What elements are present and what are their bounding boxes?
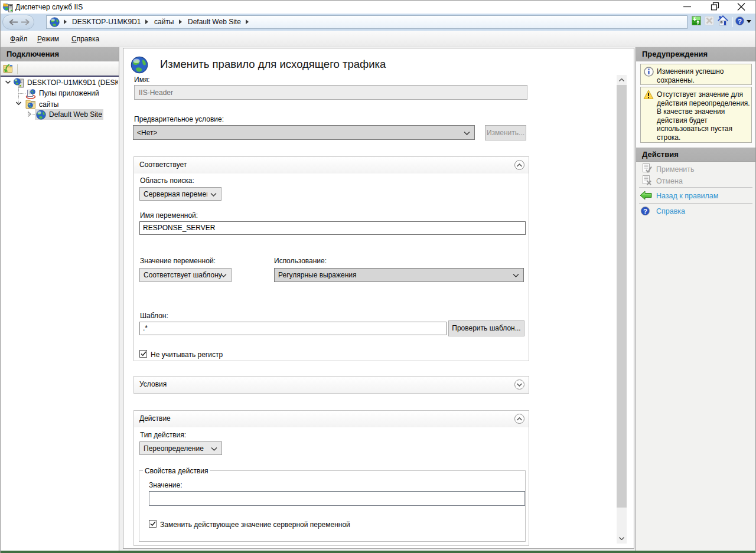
svg-text:?: ?	[738, 18, 742, 25]
svg-text:?: ?	[643, 208, 647, 215]
